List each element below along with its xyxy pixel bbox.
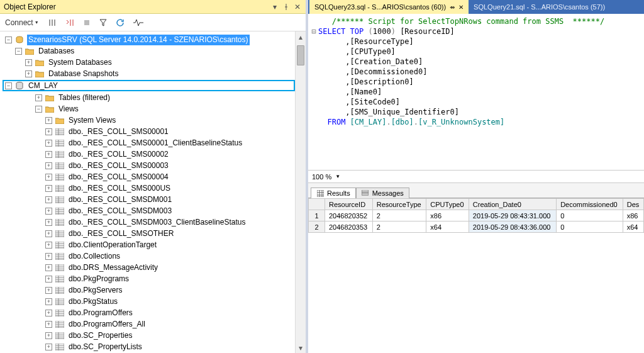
object-explorer-tree[interactable]: − SzenariosSRV (SQL Server 14.0.2014.14 … [0, 31, 295, 353]
zoom-dropdown[interactable]: ▼ [335, 174, 340, 179]
refresh-button[interactable] [113, 16, 127, 30]
expand-icon[interactable]: + [25, 70, 32, 77]
tree-view-node[interactable]: +dbo._RES_COLL_SMS00003 [3, 160, 295, 171]
expand-icon[interactable]: + [45, 332, 52, 339]
tree-scrollbar[interactable]: ▴ ▾ [295, 31, 306, 353]
tree-view-node[interactable]: +dbo._RES_COLL_SMSDM003 [3, 205, 295, 216]
tree-view-node[interactable]: +dbo.PkgServers [3, 284, 295, 296]
expand-icon[interactable]: + [35, 94, 42, 101]
scroll-up-icon[interactable]: ▴ [296, 31, 306, 42]
cell[interactable]: 2019-05-29 08:43:36.000 [469, 221, 556, 233]
collapse-icon[interactable]: − [35, 106, 42, 113]
col-header[interactable]: Des [623, 199, 643, 210]
tab-messages[interactable]: Messages [356, 188, 409, 198]
connect-button[interactable]: Connect▼ [3, 16, 42, 30]
cell[interactable]: 0 [557, 210, 623, 221]
dropdown-icon[interactable]: ▾ [270, 3, 279, 11]
expand-icon[interactable]: + [45, 264, 52, 271]
tab-active[interactable]: SQLQuery23.sql - S...ARIOS\csantos (60))… [309, 0, 469, 14]
filter-button[interactable] [97, 16, 109, 30]
tree-view-node[interactable]: +dbo._RES_COLL_SMS000US [3, 182, 295, 194]
tree-tables-node[interactable]: + Tables (filtered) [3, 92, 295, 103]
table-row[interactable]: 120468203522x862019-05-29 08:43:31.0000x… [309, 210, 644, 221]
cell[interactable]: x64 [426, 221, 469, 233]
tree-view-node[interactable]: +dbo.SC_PropertyLists [3, 341, 295, 352]
tab-results[interactable]: Results [311, 188, 356, 198]
tree-view-node[interactable]: +dbo.ClientOperationTarget [3, 239, 295, 250]
tree-view-node[interactable]: +dbo._RES_COLL_SMS00004 [3, 171, 295, 182]
tree-view-node[interactable]: +dbo.ProgramOffers_All [3, 318, 295, 330]
expand-icon[interactable]: + [45, 140, 52, 147]
close-icon[interactable]: ✕ [458, 4, 464, 11]
expand-icon[interactable]: + [45, 230, 52, 237]
expand-icon[interactable]: + [45, 321, 52, 328]
expand-icon[interactable]: + [45, 298, 52, 305]
scroll-down-icon[interactable]: ▾ [296, 342, 306, 353]
col-header[interactable]: ResourceType [372, 199, 426, 210]
col-header[interactable]: CPUType0 [426, 199, 469, 210]
tree-cm-lay-node[interactable]: − CM_LAY [3, 80, 295, 91]
collapse-icon[interactable]: − [5, 82, 12, 89]
tree-view-node[interactable]: +dbo.Collections [3, 250, 295, 262]
close-icon[interactable]: ✕ [293, 3, 302, 11]
expand-icon[interactable]: + [45, 185, 52, 192]
tree-view-node[interactable]: +dbo.ProgramOffers [3, 307, 295, 318]
tree-view-node[interactable]: +dbo._RES_COLL_SMS00002 [3, 148, 295, 160]
tree-view-node[interactable]: +dbo._RES_COLL_SMSOTHER [3, 228, 295, 239]
fold-icon[interactable]: ⊟ [309, 26, 318, 36]
tree-view-node[interactable]: +dbo.PkgStatus [3, 296, 295, 307]
tree-databases-node[interactable]: − Databases [3, 45, 295, 57]
tree-system-views-node[interactable]: + System Views [3, 115, 295, 126]
pin-icon[interactable] [282, 3, 291, 11]
collapse-icon[interactable]: − [5, 36, 12, 43]
expand-icon[interactable]: + [45, 174, 52, 181]
expand-icon[interactable]: + [45, 310, 52, 317]
expand-icon[interactable]: + [45, 242, 52, 249]
col-header[interactable]: ResourceID [325, 199, 373, 210]
pin-icon[interactable]: ⇴ [450, 4, 455, 11]
cell[interactable]: 2 [372, 221, 426, 233]
expand-icon[interactable]: + [45, 151, 52, 158]
cell[interactable]: x86 [623, 210, 643, 221]
expand-icon[interactable]: + [45, 344, 52, 350]
tree-server-node[interactable]: − SzenariosSRV (SQL Server 14.0.2014.14 … [3, 34, 295, 45]
tree-view-node[interactable]: +dbo._RES_COLL_SMS00001 [3, 126, 295, 137]
tab-other[interactable]: SQLQuery21.sql - S...ARIOS\csantos (57)) [469, 0, 610, 14]
activity-monitor-button[interactable] [131, 16, 146, 30]
expand-icon[interactable]: + [45, 287, 52, 294]
collapse-icon[interactable]: − [15, 48, 22, 55]
expand-icon[interactable]: + [45, 208, 52, 215]
sql-editor[interactable]: /****** Script for SelectTopNRows comman… [308, 14, 644, 171]
expand-icon[interactable]: + [45, 128, 52, 135]
tree-view-node[interactable]: +dbo.SC_Properties [3, 330, 295, 341]
expand-icon[interactable]: + [25, 59, 32, 66]
tree-system-databases-node[interactable]: + System Databases [3, 57, 295, 68]
tree-view-node[interactable]: +dbo._RES_COLL_SMS00001_ClientBaselineSt… [3, 137, 295, 148]
tree-view-node[interactable]: +dbo._RES_COLL_SMSDM001 [3, 194, 295, 205]
tree-database-snapshots-node[interactable]: + Database Snapshots [3, 68, 295, 79]
expand-icon[interactable]: + [45, 276, 52, 283]
cell[interactable]: 0 [557, 221, 623, 233]
tree-view-node[interactable]: +dbo.DRS_MessageActivity [3, 262, 295, 273]
col-header[interactable]: Creation_Date0 [469, 199, 556, 210]
tree-view-node[interactable]: +dbo.PkgPrograms [3, 273, 295, 284]
expand-icon[interactable]: + [45, 117, 52, 124]
table-row[interactable]: 220468203532x642019-05-29 08:43:36.0000x… [309, 221, 644, 233]
cell[interactable]: 2046820353 [325, 221, 373, 233]
expand-icon[interactable]: + [45, 196, 52, 203]
expand-icon[interactable]: + [45, 219, 52, 226]
cell[interactable]: x86 [426, 210, 469, 221]
scroll-thumb[interactable] [297, 45, 304, 65]
expand-icon[interactable]: + [45, 253, 52, 260]
col-header[interactable]: Decommissioned0 [557, 199, 623, 210]
tree-view-node[interactable]: +dbo._RES_COLL_SMSDM003_ClientBaselineSt… [3, 216, 295, 228]
disconnect-all-button[interactable] [63, 16, 77, 30]
tree-views-node[interactable]: − Views [3, 103, 295, 115]
disconnect-button[interactable] [45, 16, 59, 30]
cell[interactable]: 2046820352 [325, 210, 373, 221]
cell[interactable]: 2 [372, 210, 426, 221]
cell[interactable]: x64 [623, 221, 643, 233]
results-grid[interactable]: ResourceID ResourceType CPUType0 Creatio… [308, 198, 644, 353]
cell[interactable]: 2019-05-29 08:43:31.000 [469, 210, 556, 221]
expand-icon[interactable]: + [45, 162, 52, 169]
